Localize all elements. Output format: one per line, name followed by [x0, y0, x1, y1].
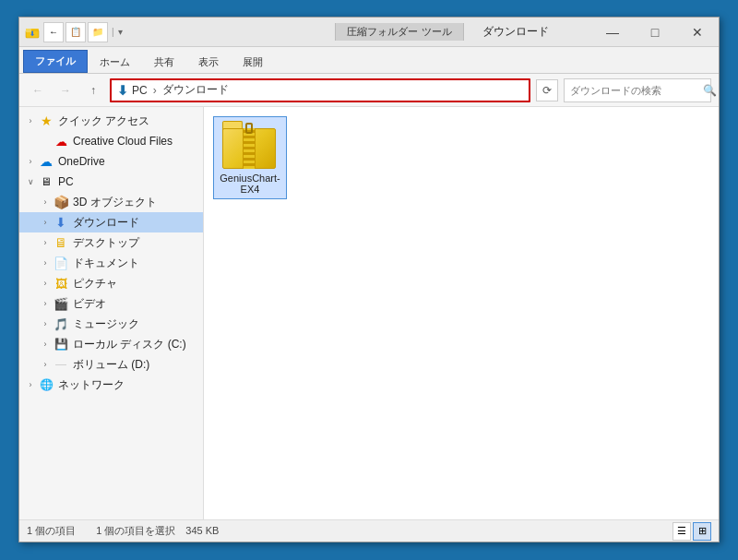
tab-share[interactable]: 共有 [142, 51, 186, 73]
maximize-button[interactable]: □ [634, 18, 676, 47]
quick-access-buttons: ← 📋 📁 [43, 22, 108, 42]
toggle-volume-d: › [38, 357, 53, 372]
sidebar-item-3d[interactable]: › 📦 3D オブジェクト [19, 192, 203, 212]
file-area: GeniusChart-EX4 [204, 107, 719, 519]
label-quick-access: クイック アクセス [58, 113, 149, 129]
app-icon: ⬇ [25, 25, 40, 40]
label-documents: ドキュメント [73, 256, 139, 271]
view-list-button[interactable]: ☰ [673, 522, 691, 541]
ribbon: ファイル ホーム 共有 表示 展開 [19, 47, 719, 74]
icon-videos: 🎬 [53, 295, 69, 312]
label-3d: 3D オブジェクト [73, 195, 157, 210]
toggle-downloads: › [38, 215, 53, 230]
label-cc-files: Creative Cloud Files [73, 135, 173, 148]
toggle-3d: › [38, 195, 53, 209]
tab-view[interactable]: 表示 [186, 51, 231, 73]
icon-pictures: 🖼 [53, 275, 69, 292]
address-input[interactable]: ⬇ PC › ダウンロード [110, 78, 530, 102]
toggle-quick-access: › [23, 113, 38, 128]
customize-label: ▾ [118, 27, 123, 37]
tab-extract[interactable]: 展開 [231, 51, 275, 73]
search-button[interactable]: 🔍 [703, 79, 717, 101]
svg-text:⬇: ⬇ [30, 30, 35, 37]
minimize-button[interactable]: — [591, 18, 634, 47]
toggle-music: › [38, 316, 53, 331]
addr-pc: PC [132, 84, 148, 97]
window-controls: — □ ✕ [591, 18, 719, 46]
toggle-desktop: › [38, 235, 53, 250]
icon-3d: 📦 [53, 194, 69, 210]
toggle-cc [38, 134, 53, 149]
label-pc: PC [58, 175, 74, 188]
icon-cc: ☁ [53, 133, 69, 149]
label-volume-d: ボリューム (D:) [73, 357, 149, 373]
sidebar-item-volume-d[interactable]: › — ボリューム (D:) [19, 354, 203, 375]
toggle-network: › [23, 377, 38, 392]
search-input[interactable] [565, 85, 703, 96]
sidebar-item-pictures[interactable]: › 🖼 ピクチャ [19, 273, 203, 293]
tab-file[interactable]: ファイル [23, 50, 88, 73]
label-videos: ビデオ [73, 296, 106, 312]
label-local-c: ローカル ディスク (C:) [73, 337, 186, 352]
addr-sep1: › [153, 84, 157, 97]
icon-music: 🎵 [53, 316, 69, 332]
nav-up-button[interactable]: ↑ [82, 79, 104, 101]
sidebar-item-pc[interactable]: ∨ 🖥 PC [19, 172, 203, 192]
nav-back-button[interactable]: ← [27, 79, 49, 101]
address-bar: ← → ↑ ⬇ PC › ダウンロード ⟳ 🔍 [19, 74, 719, 107]
view-grid-button[interactable]: ⊞ [693, 522, 711, 541]
sidebar-item-network[interactable]: › 🌐 ネットワーク [19, 375, 203, 395]
file-item-geniuschart[interactable]: GeniusChart-EX4 [213, 116, 287, 199]
search-wrap: 🔍 [564, 78, 711, 102]
addr-download-icon: ⬇ [117, 83, 128, 98]
icon-volume-d: — [53, 356, 69, 373]
toggle-videos: › [38, 296, 53, 311]
label-pictures: ピクチャ [73, 276, 117, 292]
icon-onedrive: ☁ [38, 153, 54, 170]
icon-documents: 📄 [53, 255, 69, 271]
tab-home[interactable]: ホーム [88, 51, 142, 73]
icon-network: 🌐 [38, 376, 54, 393]
icon-pc: 🖥 [38, 173, 54, 190]
sidebar-item-downloads[interactable]: › ⬇ ダウンロード [19, 212, 203, 232]
sidebar-item-quick-access[interactable]: › ★ クイック アクセス [19, 111, 203, 131]
sidebar-item-onedrive[interactable]: › ☁ OneDrive [19, 151, 203, 172]
close-button[interactable]: ✕ [676, 18, 719, 47]
explorer-window: ⬇ ← 📋 📁 | ▾ 圧縮フォルダー ツール ダウンロード — □ ✕ ファイ… [18, 17, 720, 542]
zip-folder-icon [222, 121, 278, 169]
toggle-pictures: › [38, 276, 53, 291]
icon-downloads: ⬇ [53, 214, 69, 231]
newfile-qa-button[interactable]: 📁 [88, 22, 108, 42]
icon-desktop: 🖥 [53, 234, 69, 251]
main-content: › ★ クイック アクセス ☁ Creative Cloud Files › ☁… [19, 107, 719, 519]
status-bar: 1 個の項目 1 個の項目を選択 345 KB ☰ ⊞ [19, 519, 719, 542]
sidebar-item-music[interactable]: › 🎵 ミュージック [19, 314, 203, 334]
sidebar: › ★ クイック アクセス ☁ Creative Cloud Files › ☁… [19, 107, 204, 519]
file-label-geniuschart: GeniusChart-EX4 [218, 173, 282, 195]
title-bar: ⬇ ← 📋 📁 | ▾ 圧縮フォルダー ツール ダウンロード — □ ✕ [19, 18, 719, 47]
toggle-pc: ∨ [23, 174, 38, 189]
zip-tool-label: 圧縮フォルダー ツール [335, 23, 463, 41]
title-bar-center: 圧縮フォルダー ツール ダウンロード [311, 18, 591, 46]
addr-downloads: ダウンロード [162, 82, 229, 98]
sidebar-item-local-c[interactable]: › 💾 ローカル ディスク (C:) [19, 334, 203, 354]
icon-quick-access: ★ [38, 113, 54, 129]
label-music: ミュージック [73, 316, 139, 332]
sidebar-item-cc-files[interactable]: ☁ Creative Cloud Files [19, 131, 203, 151]
label-downloads: ダウンロード [73, 215, 139, 231]
sidebar-item-documents[interactable]: › 📄 ドキュメント [19, 253, 203, 273]
status-view-controls: ☰ ⊞ [673, 522, 711, 541]
icon-local-c: 💾 [53, 336, 69, 352]
properties-qa-button[interactable]: 📋 [65, 22, 86, 42]
back-qa-button[interactable]: ← [43, 22, 64, 42]
label-network: ネットワーク [58, 377, 125, 393]
toggle-onedrive: › [23, 154, 38, 169]
refresh-button[interactable]: ⟳ [536, 79, 558, 101]
ribbon-tabs: ファイル ホーム 共有 表示 展開 [19, 47, 719, 73]
title-bar-left: ⬇ ← 📋 📁 | ▾ [19, 18, 311, 46]
nav-forward-button[interactable]: → [54, 79, 77, 101]
sidebar-item-videos[interactable]: › 🎬 ビデオ [19, 293, 203, 314]
label-onedrive: OneDrive [58, 155, 105, 168]
sidebar-item-desktop[interactable]: › 🖥 デスクトップ [19, 232, 203, 253]
window-title: ダウンロード [464, 24, 567, 40]
